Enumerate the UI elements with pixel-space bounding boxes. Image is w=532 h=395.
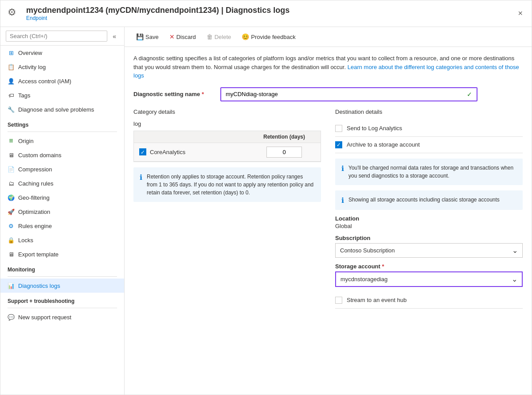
- log-col-retention-header: Retention (days): [253, 134, 315, 140]
- settings-section-header: Settings: [0, 116, 124, 130]
- sidebar-item-export-template[interactable]: Export template: [0, 247, 124, 261]
- close-button[interactable]: ×: [516, 7, 524, 20]
- sidebar-item-diagnose[interactable]: Diagnose and solve problems: [0, 102, 124, 116]
- save-button[interactable]: Save: [132, 31, 163, 43]
- diagnostic-setting-label: Diagnostic setting name *: [133, 91, 213, 97]
- showing-storage-text: Showing all storage accounts including c…: [348, 196, 500, 205]
- sidebar-item-label: Locks: [18, 237, 33, 244]
- storage-info-box: Showing all storage accounts including c…: [335, 190, 523, 210]
- sidebar-item-iam[interactable]: Access control (IAM): [0, 74, 124, 88]
- domains-icon: [8, 151, 15, 159]
- sidebar: « Overview Activity log Access control (…: [0, 27, 125, 395]
- required-indicator: *: [382, 263, 384, 270]
- content-area: A diagnostic setting specifies a list of…: [125, 47, 532, 395]
- log-row-name: CoreAnalytics: [139, 148, 253, 155]
- charge-info-text: You'll be charged normal data rates for …: [348, 164, 516, 180]
- subscription-dropdown[interactable]: Contoso Subscription: [335, 243, 523, 258]
- save-icon: [136, 33, 144, 40]
- sidebar-item-label: Optimization: [18, 209, 50, 215]
- header: mycdnendpoint1234 (myCDN/mycdnendpoint12…: [0, 0, 532, 27]
- table-row: CoreAnalytics: [134, 143, 321, 162]
- storage-account-section: Storage account * mycdnstoragediag: [335, 263, 523, 287]
- archive-storage-item: Archive to a storage account: [335, 137, 523, 153]
- delete-button[interactable]: Delete: [202, 31, 236, 43]
- header-titles: mycdnendpoint1234 (myCDN/mycdnendpoint12…: [26, 6, 289, 21]
- sidebar-item-label: New support request: [18, 314, 71, 321]
- sidebar-item-geo-filtering[interactable]: Geo-filtering: [0, 190, 124, 205]
- sidebar-item-activity-log[interactable]: Activity log: [0, 60, 124, 74]
- sidebar-item-label: Activity log: [18, 64, 46, 70]
- charge-info-box: You'll be charged normal data rates for …: [335, 159, 523, 185]
- stream-event-hub-item: Stream to an event hub: [335, 292, 523, 309]
- subscription-label: Subscription: [335, 235, 523, 241]
- diagnostic-setting-name-row: Diagnostic setting name *: [133, 87, 523, 101]
- sidebar-item-label: Diagnose and solve problems: [18, 106, 94, 113]
- compress-icon: [8, 166, 15, 173]
- storage-account-label: Storage account *: [335, 263, 523, 270]
- support-divider: [8, 308, 117, 308]
- log-col-name-header: [139, 134, 253, 140]
- page-title: mycdnendpoint1234 (myCDN/mycdnendpoint12…: [26, 6, 289, 15]
- diagnose-icon: [8, 106, 15, 113]
- sidebar-item-label: Compression: [18, 166, 52, 173]
- geo-icon: [8, 194, 15, 201]
- sidebar-item-new-support[interactable]: New support request: [0, 310, 124, 324]
- sidebar-item-origin[interactable]: Origin: [0, 134, 124, 148]
- storage-account-dropdown[interactable]: mycdnstoragediag: [335, 271, 523, 287]
- core-analytics-checkbox[interactable]: [139, 148, 146, 155]
- discard-icon: [169, 33, 175, 40]
- sidebar-item-rules-engine[interactable]: Rules engine: [0, 219, 124, 233]
- stream-event-hub-checkbox[interactable]: [335, 297, 342, 304]
- sidebar-item-label: Caching rules: [18, 180, 54, 187]
- category-details-column: Category details log Retention (days): [133, 108, 321, 314]
- delete-icon: [207, 33, 213, 40]
- sidebar-item-label: Tags: [18, 92, 30, 99]
- retention-info-text: Retention only applies to storage accoun…: [147, 173, 315, 197]
- subscription-value: Contoso Subscription: [340, 247, 395, 254]
- toolbar: Save Discard Delete Provide feedback: [125, 27, 532, 47]
- sidebar-item-caching-rules[interactable]: Caching rules: [0, 176, 124, 190]
- overview-icon: [8, 49, 15, 56]
- feedback-button[interactable]: Provide feedback: [237, 31, 300, 43]
- subscription-section: Subscription Contoso Subscription: [335, 235, 523, 258]
- required-indicator: *: [202, 91, 204, 97]
- storage-account-value: mycdnstoragediag: [340, 276, 387, 283]
- sidebar-item-optimization[interactable]: Optimization: [0, 205, 124, 219]
- sidebar-item-label: Overview: [18, 50, 42, 56]
- activity-icon: [8, 63, 15, 70]
- destination-details-title: Destination details: [335, 108, 523, 115]
- sidebar-item-overview[interactable]: Overview: [0, 46, 124, 60]
- log-label: log: [133, 120, 321, 127]
- main-panel: Save Discard Delete Provide feedback: [125, 27, 532, 395]
- caching-icon: [8, 180, 15, 187]
- log-row-retention: [253, 147, 315, 158]
- diagnostics-icon: [8, 282, 15, 289]
- optimization-icon: [8, 208, 15, 215]
- two-column-layout: Category details log Retention (days): [133, 108, 523, 314]
- sidebar-item-custom-domains[interactable]: Custom domains: [0, 148, 124, 162]
- origin-icon: [8, 137, 15, 144]
- archive-storage-checkbox[interactable]: [335, 141, 342, 148]
- stream-event-hub-label: Stream to an event hub: [347, 297, 407, 303]
- export-icon: [8, 251, 15, 258]
- log-table: Retention (days) CoreAnalytics: [133, 131, 321, 162]
- collapse-button[interactable]: «: [110, 32, 119, 41]
- feedback-icon: [242, 33, 249, 40]
- monitoring-divider: [8, 276, 117, 277]
- send-log-analytics-checkbox[interactable]: [335, 125, 342, 132]
- diagnostic-setting-input[interactable]: [226, 91, 467, 97]
- retention-input[interactable]: [266, 147, 302, 158]
- sidebar-item-compression[interactable]: Compression: [0, 162, 124, 176]
- sidebar-item-diagnostics-logs[interactable]: Diagnostics logs: [0, 279, 124, 293]
- destination-details-column: Destination details Send to Log Analytic…: [335, 108, 523, 314]
- sidebar-item-label: Custom domains: [18, 152, 62, 159]
- sidebar-item-locks[interactable]: Locks: [0, 233, 124, 247]
- discard-button[interactable]: Discard: [165, 31, 200, 43]
- stream-section: Stream to an event hub: [335, 292, 523, 309]
- sidebar-item-tags[interactable]: Tags: [0, 88, 124, 102]
- search-input[interactable]: [6, 31, 107, 42]
- tags-icon: [8, 92, 15, 99]
- archive-storage-label: Archive to a storage account: [347, 141, 420, 148]
- gear-icon: [8, 7, 22, 21]
- check-icon: [141, 149, 145, 155]
